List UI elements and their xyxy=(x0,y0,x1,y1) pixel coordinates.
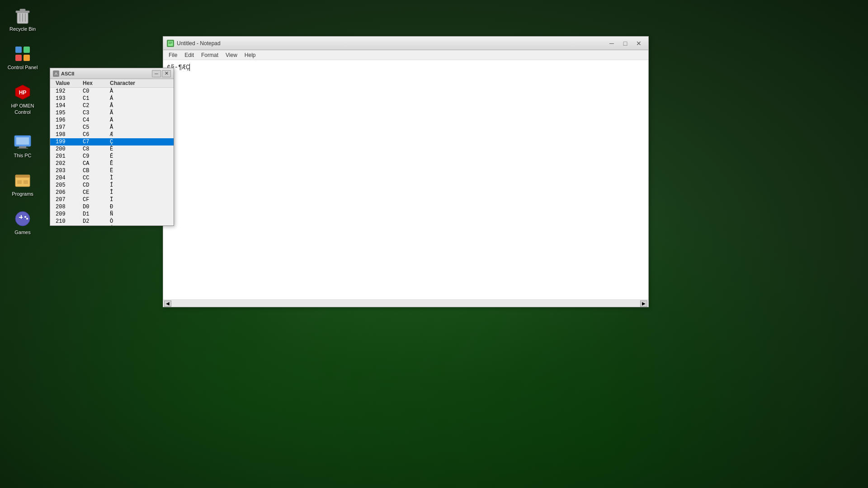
ascii-row-value: 205 xyxy=(52,182,79,188)
ascii-row-hex: C9 xyxy=(79,153,106,160)
ascii-row-value: 192 xyxy=(52,88,79,94)
ascii-row-value: 194 xyxy=(52,103,79,109)
svg-rect-1 xyxy=(16,11,29,13)
ascii-row-hex: CE xyxy=(79,189,106,196)
notepad-maximize-btn[interactable]: □ xyxy=(619,39,631,48)
svg-text:HP: HP xyxy=(19,89,27,96)
ascii-row-char: Ï xyxy=(106,197,151,203)
notepad-hscrollbar[interactable]: ◀ ▶ xyxy=(163,300,648,307)
recycle-bin-icon[interactable]: Recycle Bin xyxy=(5,5,41,34)
notepad-titlebar[interactable]: Untitled - Notepad ─ □ ✕ xyxy=(163,37,648,50)
programs-label: Programs xyxy=(12,191,33,197)
ascii-row-value: 210 xyxy=(52,218,79,225)
menu-edit[interactable]: Edit xyxy=(181,51,198,59)
ascii-row-hex: D2 xyxy=(79,218,106,225)
ascii-table-row[interactable]: 206 CE Î xyxy=(50,189,174,196)
hscroll-right-btn[interactable]: ▶ xyxy=(640,300,647,307)
games-icon[interactable]: Games xyxy=(5,208,41,237)
svg-rect-17 xyxy=(15,175,30,178)
ascii-row-value: 202 xyxy=(52,160,79,167)
desktop-icon-column: Recycle Bin Control Panel HP xyxy=(5,5,41,117)
ascii-table-row[interactable]: 203 CB Ë xyxy=(50,167,174,174)
ascii-table-row[interactable]: 207 CF Ï xyxy=(50,196,174,203)
ascii-row-hex: C1 xyxy=(79,95,106,102)
ascii-table-row[interactable]: 192 C0 À xyxy=(50,88,174,95)
ascii-title: ASCII xyxy=(61,71,152,76)
ascii-table-row[interactable]: 204 CC Ì xyxy=(50,174,174,182)
ascii-row-value: 197 xyxy=(52,124,79,131)
ascii-minimize-btn[interactable]: ─ xyxy=(152,70,161,77)
ascii-row-hex: C8 xyxy=(79,146,106,152)
ascii-row-hex: C4 xyxy=(79,117,106,123)
ascii-row-char: Ë xyxy=(106,168,151,174)
ascii-table-row[interactable]: 205 CD Í xyxy=(50,182,174,189)
ascii-table-row[interactable]: 195 C3 Ã xyxy=(50,109,174,117)
ascii-table-row[interactable]: 211 D3 Ó xyxy=(50,225,174,225)
ascii-table-row[interactable]: 198 C6 Æ xyxy=(50,131,174,138)
svg-rect-2 xyxy=(20,9,25,11)
ascii-row-char: Å xyxy=(106,124,151,131)
svg-rect-18 xyxy=(17,180,22,184)
svg-rect-6 xyxy=(15,47,22,53)
ascii-titlebar[interactable]: A ASCII ─ ✕ xyxy=(50,68,174,79)
ascii-row-value: 193 xyxy=(52,95,79,102)
svg-point-23 xyxy=(24,216,26,218)
this-pc-icon[interactable]: This PC xyxy=(5,131,41,160)
ascii-table-row[interactable]: 196 C4 Ä xyxy=(50,117,174,124)
hscroll-left-btn[interactable]: ◀ xyxy=(164,300,171,307)
ascii-row-char: Î xyxy=(106,189,151,196)
notepad-window-controls: ─ □ ✕ xyxy=(606,39,645,48)
ascii-row-value: 207 xyxy=(52,197,79,203)
games-image xyxy=(14,210,32,228)
notepad-icon xyxy=(167,40,174,47)
menu-file[interactable]: File xyxy=(165,51,181,59)
ascii-close-btn[interactable]: ✕ xyxy=(162,70,171,77)
ascii-row-hex: CA xyxy=(79,160,106,167)
ascii-table-row[interactable]: 201 C9 É xyxy=(50,153,174,160)
hp-omen-icon[interactable]: HP HP OMEN Control xyxy=(5,81,41,117)
ascii-row-hex: CF xyxy=(79,197,106,203)
notepad-close-btn[interactable]: ✕ xyxy=(633,39,645,48)
menu-view[interactable]: View xyxy=(222,51,241,59)
ascii-table-header: Value Hex Character xyxy=(50,79,174,88)
ascii-row-char: Â xyxy=(106,103,151,109)
ascii-table-row[interactable]: 194 C2 Â xyxy=(50,102,174,109)
ascii-table-row[interactable]: 208 D0 Ð xyxy=(50,203,174,211)
this-pc-image xyxy=(14,133,32,151)
ascii-table-row[interactable]: 199 C7 Ç xyxy=(50,138,174,145)
ascii-row-value: 204 xyxy=(52,175,79,181)
ascii-row-value: 198 xyxy=(52,131,79,138)
control-panel-icon[interactable]: Control Panel xyxy=(5,43,41,72)
desktop-icon-column-2: This PC Programs xyxy=(5,131,41,238)
ascii-table-body[interactable]: 192 C0 À 193 C1 Á 194 C2 Â 195 C3 Ã 196 … xyxy=(50,88,174,225)
ascii-table-row[interactable]: 210 D2 Ò xyxy=(50,218,174,225)
ascii-table-row[interactable]: 200 C8 È xyxy=(50,145,174,153)
notepad-content-area[interactable]: ¢§-¶ÆÇ xyxy=(163,60,648,300)
ascii-table-row[interactable]: 193 C1 Á xyxy=(50,95,174,102)
svg-rect-22 xyxy=(19,217,23,218)
ascii-table-row[interactable]: 197 C5 Å xyxy=(50,124,174,131)
hscroll-track[interactable] xyxy=(171,300,640,307)
ascii-row-value: 201 xyxy=(52,153,79,160)
ascii-row-value: 200 xyxy=(52,146,79,152)
ascii-table-row[interactable]: 209 D1 Ñ xyxy=(50,211,174,218)
ascii-row-char: Ä xyxy=(106,117,151,123)
ascii-row-char: Á xyxy=(106,95,151,102)
ascii-row-hex: C2 xyxy=(79,103,106,109)
svg-point-24 xyxy=(26,218,28,220)
this-pc-label: This PC xyxy=(14,153,31,159)
programs-icon[interactable]: Programs xyxy=(5,169,41,199)
menu-format[interactable]: Format xyxy=(198,51,222,59)
hp-omen-image: HP xyxy=(14,83,32,101)
header-hex: Hex xyxy=(79,80,106,86)
control-panel-label: Control Panel xyxy=(8,65,38,70)
text-cursor xyxy=(189,64,193,71)
ascii-row-value: 208 xyxy=(52,204,79,210)
notepad-minimize-btn[interactable]: ─ xyxy=(606,39,618,48)
menu-help[interactable]: Help xyxy=(241,51,259,59)
ascii-row-char: É xyxy=(106,153,151,160)
ascii-row-hex: C6 xyxy=(79,131,106,138)
svg-rect-14 xyxy=(19,146,26,148)
ascii-table-row[interactable]: 202 CA Ê xyxy=(50,160,174,167)
svg-rect-19 xyxy=(24,180,28,184)
